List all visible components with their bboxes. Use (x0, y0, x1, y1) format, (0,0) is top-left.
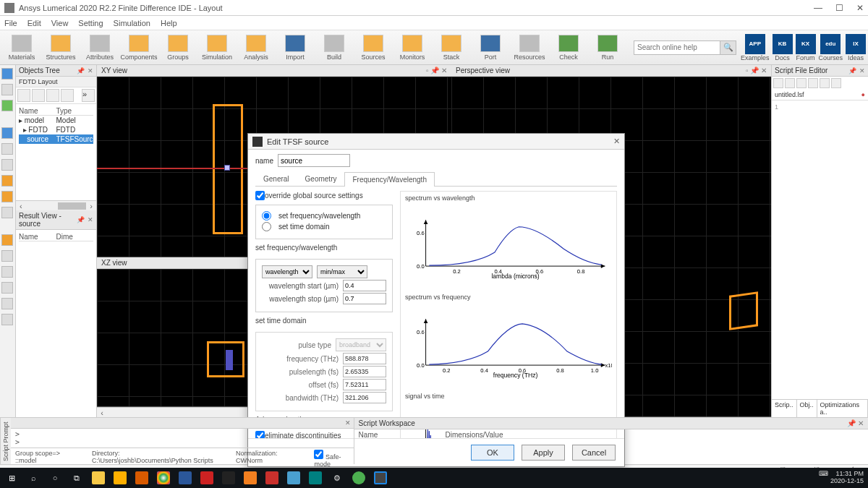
name-input[interactable] (278, 154, 350, 167)
ribbon-components[interactable]: Components (122, 35, 156, 61)
pin-icon[interactable]: 📌 (77, 67, 85, 74)
start-button[interactable]: ⊞ (4, 471, 19, 485)
minmax-select[interactable]: min/max (317, 265, 367, 278)
tree-tool2-icon[interactable] (32, 89, 45, 102)
ribbon-analysis[interactable]: Analysis (239, 35, 273, 61)
tree-tool1-icon[interactable] (17, 89, 30, 102)
taskview-icon[interactable]: ⧉ (69, 471, 84, 485)
taskbar-app4-icon[interactable] (244, 471, 257, 484)
safe-mode-checkbox[interactable] (314, 450, 323, 459)
vtool-grid-icon[interactable] (1, 191, 13, 202)
ribbon-simulation[interactable]: Simulation (200, 35, 234, 61)
vtool-bars-icon[interactable] (1, 298, 13, 309)
vtool-move-icon[interactable] (1, 84, 13, 95)
taskbar-app3-icon[interactable] (200, 471, 213, 484)
help-examples-icon[interactable]: APP (745, 34, 765, 54)
script-editor-body[interactable]: 1 (772, 100, 868, 399)
offset-input[interactable] (343, 379, 386, 390)
wl-stop-input[interactable] (343, 293, 386, 304)
taskbar-app8-icon[interactable] (352, 471, 365, 484)
cortana-icon[interactable]: ○ (48, 471, 62, 485)
override-checkbox[interactable]: override global source settings (255, 191, 393, 200)
script-more-icon[interactable] (831, 78, 841, 88)
wavelength-select[interactable]: wavelength (262, 265, 312, 278)
script-editor-tab[interactable]: untitled.lsf● (772, 90, 868, 100)
footer-tab-object[interactable]: Obj.. (797, 400, 817, 417)
ribbon-monitors[interactable]: Monitors (395, 35, 430, 61)
script-close-icon[interactable]: ✕ (859, 67, 865, 74)
ribbon-stack[interactable]: Stack (434, 35, 469, 61)
vtool-trash-icon[interactable] (1, 100, 13, 111)
terminal-icon[interactable] (222, 471, 235, 484)
ribbon-resources[interactable]: Resources (512, 35, 547, 61)
radio-set-freq[interactable] (262, 211, 271, 221)
help-search-input[interactable] (634, 40, 720, 55)
bandwidth-input[interactable] (343, 392, 386, 403)
vtool-snap-icon[interactable] (1, 207, 13, 218)
objects-tree[interactable]: NameType ▸ modelModel ▸ FDTDFDTD sourceT… (16, 104, 96, 200)
pulselength-input[interactable] (343, 366, 386, 377)
result-pin-icon[interactable]: 📌 (77, 216, 85, 223)
ribbon-check[interactable]: Check (551, 35, 586, 61)
help-forum-icon[interactable]: KX (796, 34, 816, 54)
menu-help[interactable]: Help (161, 19, 177, 27)
chrome-icon[interactable] (157, 471, 170, 484)
ribbon-materials[interactable]: Materials (4, 35, 39, 61)
result-view[interactable]: NameDime (16, 230, 96, 417)
vtool-select-icon[interactable] (1, 68, 13, 80)
tree-tool-right-icon[interactable]: » (82, 89, 95, 102)
help-docs-icon[interactable]: KB (773, 34, 793, 54)
panel-close-icon[interactable]: ✕ (88, 67, 93, 74)
radio-set-time[interactable] (262, 222, 271, 231)
search-icon[interactable]: ⌕ (26, 471, 41, 485)
result-close-icon[interactable]: ✕ (88, 216, 93, 223)
ribbon-port[interactable]: Port (473, 35, 508, 61)
tab-general[interactable]: General (255, 171, 297, 186)
minimize-button[interactable]: — (814, 3, 822, 13)
vtool-view4-icon[interactable] (1, 282, 13, 294)
help-ideas-icon[interactable]: IX (846, 34, 866, 54)
vtool-zoom-icon[interactable] (1, 143, 13, 155)
tab-geometry[interactable]: Geometry (297, 171, 345, 186)
menu-view[interactable]: View (51, 19, 69, 27)
ribbon-structures[interactable]: Structures (43, 35, 78, 61)
taskbar-app6-icon[interactable] (287, 471, 300, 484)
script-new-icon[interactable] (773, 78, 783, 88)
tree-tool4-icon[interactable] (61, 89, 74, 102)
ribbon-build[interactable]: Build (317, 35, 352, 61)
taskbar-app1-icon[interactable] (92, 471, 105, 484)
vtool-pan-icon[interactable] (1, 159, 13, 171)
vtool-ruler-icon[interactable] (1, 175, 13, 187)
tree-tool3-icon[interactable] (46, 89, 59, 102)
maximize-button[interactable]: ☐ (835, 3, 843, 13)
ribbon-groups[interactable]: Groups (161, 35, 195, 61)
settings-icon[interactable]: ⚙ (330, 471, 344, 485)
script-pin-icon[interactable]: 📌 (848, 67, 856, 74)
keyboard-icon[interactable]: ⌨ (819, 470, 828, 477)
ribbon-attributes[interactable]: Attributes (82, 35, 117, 61)
tab-frequency-wavelength[interactable]: Frequency/Wavelength (344, 172, 434, 187)
taskbar-app5-icon[interactable] (265, 471, 278, 484)
dialog-close-button[interactable]: ✕ (613, 137, 620, 146)
footer-tab-script[interactable]: Scrip.. (772, 400, 797, 417)
menu-simulation[interactable]: Simulation (114, 19, 150, 27)
taskbar-app7-icon[interactable] (309, 471, 322, 484)
script-open-icon[interactable] (785, 78, 795, 88)
vtool-view1-icon[interactable] (1, 234, 13, 246)
word-icon[interactable] (179, 471, 192, 484)
lumerical-icon[interactable] (374, 471, 387, 484)
taskbar-app2-icon[interactable] (135, 471, 148, 484)
ribbon-sources[interactable]: Sources (356, 35, 391, 61)
ribbon-import[interactable]: Import (278, 35, 312, 61)
help-courses-icon[interactable]: edu (820, 34, 841, 54)
script-run-icon[interactable] (808, 78, 818, 88)
system-clock[interactable]: ⌨ 11:31 PM2020-12-15 (819, 471, 864, 485)
help-search-button[interactable]: 🔍 (720, 40, 736, 55)
vtool-view3-icon[interactable] (1, 266, 13, 278)
ribbon-run[interactable]: Run (590, 35, 625, 61)
vtool-bars2-icon[interactable] (1, 314, 13, 325)
vtool-view2-icon[interactable] (1, 250, 13, 262)
script-prompt-body[interactable]: >> (11, 429, 354, 448)
frequency-input[interactable] (343, 353, 386, 364)
close-button[interactable]: ✕ (856, 3, 864, 13)
